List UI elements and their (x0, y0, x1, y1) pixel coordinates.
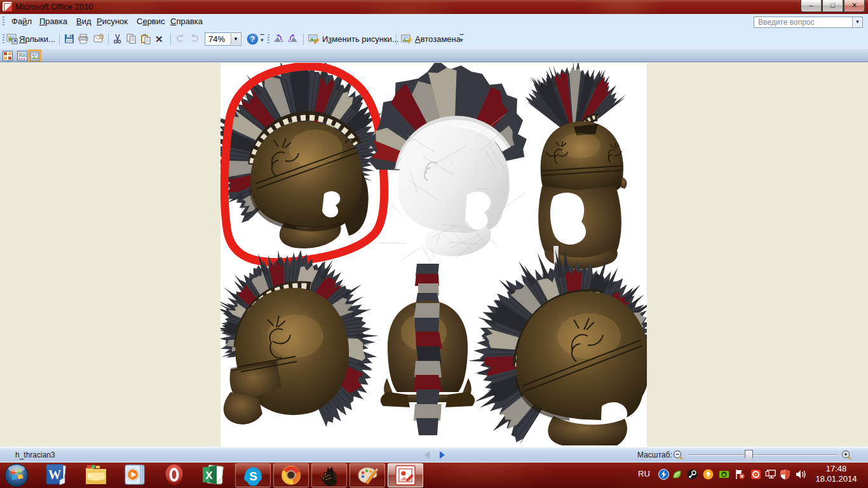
svg-text:?: ? (250, 35, 255, 44)
svg-text:S: S (249, 470, 257, 483)
svg-text:X: X (205, 470, 213, 482)
svg-text:W: W (48, 468, 61, 482)
